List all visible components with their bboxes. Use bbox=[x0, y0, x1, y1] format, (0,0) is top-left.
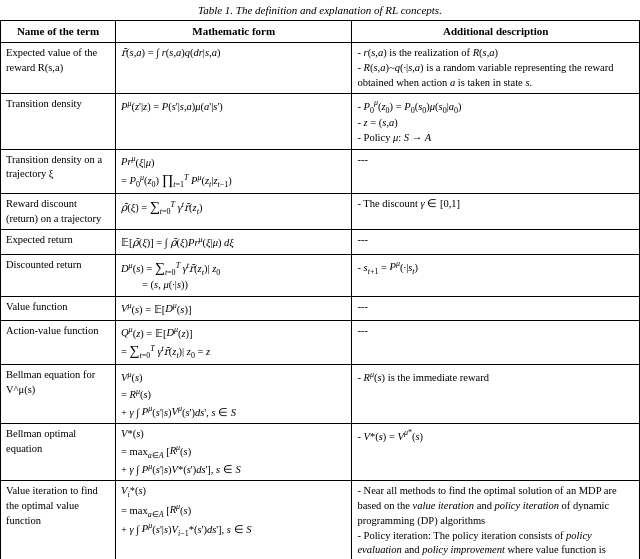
table-row: Value functionVμ(s) = 𝔼[Dμ(s)]--- bbox=[1, 296, 640, 320]
table-row: Bellman optimal equationV*(s)= maxa∈A [R… bbox=[1, 423, 640, 481]
term-cell: Value iteration to find the optimal valu… bbox=[1, 481, 116, 559]
table-row: Expected value of the reward R(s,a)r̄(s,… bbox=[1, 43, 640, 94]
desc-cell: - r(s,a) is the realization of R(s,a)- R… bbox=[352, 43, 640, 94]
math-cell: r̄(s,a) = ∫ r(s,a)q(dr|s,a) bbox=[116, 43, 352, 94]
math-cell: Dμ(s) = ∑t=0T γtr̄(zt)| z0 = (s, μ(·|s)) bbox=[116, 254, 352, 296]
term-cell: Expected value of the reward R(s,a) bbox=[1, 43, 116, 94]
math-cell: Pμ(z'|z) = P(s'|s,a)μ(a'|s') bbox=[116, 94, 352, 149]
math-cell: Vμ(s)= Rμ(s)+ γ ∫ Pμ(s'|s)Vμ(s')ds', s ∈… bbox=[116, 365, 352, 424]
term-cell: Bellman equation for V^μ(s) bbox=[1, 365, 116, 424]
table-caption: Table 1. The definition and explanation … bbox=[0, 0, 640, 20]
term-cell: Action-value function bbox=[1, 320, 116, 364]
desc-cell: - st+1 = Pμ(·|st) bbox=[352, 254, 640, 296]
table-row: Value iteration to find the optimal valu… bbox=[1, 481, 640, 559]
table-header-row: Name of the term Mathematic form Additio… bbox=[1, 21, 640, 43]
term-cell: Discounted return bbox=[1, 254, 116, 296]
desc-cell: - P0μ(z0) = P0(s0)μ(s0|a0)- z = (s,a)- P… bbox=[352, 94, 640, 149]
math-cell: Qμ(z) = 𝔼[Dμ(z)]= ∑t=0T γtr̄(zt)| z0 = z bbox=[116, 320, 352, 364]
term-cell: Reward discount (return) on a trajectory bbox=[1, 194, 116, 230]
rl-concepts-table: Name of the term Mathematic form Additio… bbox=[0, 20, 640, 559]
desc-cell: --- bbox=[352, 149, 640, 193]
term-cell: Bellman optimal equation bbox=[1, 423, 116, 481]
header-desc: Additional description bbox=[352, 21, 640, 43]
term-cell: Transition density bbox=[1, 94, 116, 149]
math-cell: 𝔼[ρ̄(ξ)] = ∫ ρ̄(ξ)Prμ(ξ|μ) dξ bbox=[116, 230, 352, 254]
table-row: Bellman equation for V^μ(s)Vμ(s)= Rμ(s)+… bbox=[1, 365, 640, 424]
math-cell: ρ̄(ξ) = ∑t=0T γtr̄(zt) bbox=[116, 194, 352, 230]
desc-cell: --- bbox=[352, 320, 640, 364]
table-row: Reward discount (return) on a trajectory… bbox=[1, 194, 640, 230]
math-cell: Vi*(s)= maxa∈A [Rμ(s)+ γ ∫ Pμ(s'|s)Vi−1*… bbox=[116, 481, 352, 559]
math-cell: V*(s)= maxa∈A [Rμ(s)+ γ ∫ Pμ(s'|s)V*(s')… bbox=[116, 423, 352, 481]
header-term: Name of the term bbox=[1, 21, 116, 43]
table-row: Action-value functionQμ(z) = 𝔼[Dμ(z)]= ∑… bbox=[1, 320, 640, 364]
desc-cell: - Rμ(s) is the immediate reward bbox=[352, 365, 640, 424]
table-row: Expected return𝔼[ρ̄(ξ)] = ∫ ρ̄(ξ)Prμ(ξ|μ… bbox=[1, 230, 640, 254]
term-cell: Value function bbox=[1, 296, 116, 320]
term-cell: Expected return bbox=[1, 230, 116, 254]
table-row: Discounted returnDμ(s) = ∑t=0T γtr̄(zt)|… bbox=[1, 254, 640, 296]
desc-cell: --- bbox=[352, 230, 640, 254]
table-row: Transition densityPμ(z'|z) = P(s'|s,a)μ(… bbox=[1, 94, 640, 149]
table-row: Transition density on a trajectory ξPrμ(… bbox=[1, 149, 640, 193]
desc-cell: - Near all methods to find the optimal s… bbox=[352, 481, 640, 559]
math-cell: Prμ(ξ|μ)= P0μ(z0) ∏t=1T Pμ(zt|zt−1) bbox=[116, 149, 352, 193]
math-cell: Vμ(s) = 𝔼[Dμ(s)] bbox=[116, 296, 352, 320]
term-cell: Transition density on a trajectory ξ bbox=[1, 149, 116, 193]
desc-cell: --- bbox=[352, 296, 640, 320]
desc-cell: - The discount γ ∈ [0,1] bbox=[352, 194, 640, 230]
header-math: Mathematic form bbox=[116, 21, 352, 43]
desc-cell: - V*(s) = Vμ*(s) bbox=[352, 423, 640, 481]
